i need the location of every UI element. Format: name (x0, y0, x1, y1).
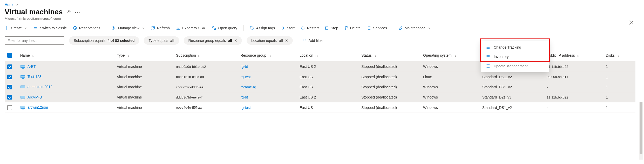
col-name[interactable]: Name↑↓ (18, 49, 114, 62)
resource-group-link[interactable]: rg-bt (240, 95, 248, 99)
menu-change-tracking-label: Change Tracking (494, 45, 521, 49)
cell-disks: 1 (603, 92, 635, 102)
select-all-checkbox[interactable] (7, 53, 12, 58)
table-row[interactable]: Test-123Virtual machinebbbb1b1b-cc2c-ddr… (5, 72, 635, 82)
start-button[interactable]: Start (281, 26, 295, 30)
cell-size: Standard_DS1_v2 (480, 72, 544, 82)
vm-name-link[interactable]: arcwin12rsm (28, 105, 48, 109)
cell-os: Windows (421, 102, 480, 113)
more-icon[interactable] (75, 10, 80, 14)
gear-icon (112, 26, 116, 30)
create-button[interactable]: Create (5, 26, 27, 30)
col-status[interactable]: Status↑↓ (359, 49, 421, 62)
svg-rect-14 (22, 78, 24, 79)
stop-icon (325, 26, 329, 30)
row-checkbox[interactable] (7, 75, 12, 79)
svg-point-1 (77, 12, 78, 13)
table-row[interactable]: arctestrsm2012Virtual machinecccc2c2c-dd… (5, 82, 635, 92)
table-row[interactable]: ArcVM-BTVirtual machinedddd3d3d-ee4e-ffr… (5, 92, 635, 102)
resource-group-link[interactable]: rg-bt (240, 64, 248, 69)
toolbar-separator (243, 25, 244, 31)
filter-subscription-pre: Subscription equals (74, 38, 105, 43)
wrench-icon (398, 26, 403, 30)
filter-subscription[interactable]: Subscription equals 4 of 82 selected (69, 36, 139, 45)
delete-button[interactable]: Delete (344, 26, 361, 30)
col-resource-group[interactable]: Resource group↑↓ (238, 49, 297, 62)
vm-name-link[interactable]: ArcVM-BT (28, 95, 44, 99)
page-title: Virtual machines (5, 8, 63, 16)
menu-inventory[interactable]: Inventory (481, 52, 549, 61)
restart-button[interactable]: Restart (301, 26, 319, 30)
cell-location: East US (297, 82, 359, 92)
cell-location: East US 2 (297, 92, 359, 102)
chevron-right-icon (16, 3, 18, 6)
svg-rect-23 (22, 109, 24, 109)
manage-view-button[interactable]: Manage view (112, 26, 145, 30)
reservations-button[interactable]: Reservations (73, 26, 106, 30)
svg-rect-8 (326, 27, 328, 29)
filter-type[interactable]: Type equals all (144, 36, 179, 45)
filter-resource-group[interactable]: Resource group equals all ✕ (184, 36, 242, 45)
vertical-scrollbar[interactable] (639, 102, 643, 160)
cell-subscription: cccc2c2c-dd3d-ee (173, 82, 238, 92)
row-checkbox[interactable] (7, 95, 12, 100)
menu-change-tracking[interactable]: Change Tracking (481, 43, 549, 52)
refresh-button[interactable]: Refresh (151, 26, 170, 30)
clock-icon (73, 26, 77, 30)
col-type[interactable]: Type↑↓ (114, 49, 173, 62)
maintenance-button[interactable]: Maintenance (398, 26, 431, 30)
vm-name-link[interactable]: A-BT (28, 64, 36, 69)
manage-view-label: Manage view (118, 26, 139, 30)
chevron-down-icon (390, 27, 392, 29)
plus-icon (5, 26, 9, 30)
scrollbar-thumb[interactable] (640, 102, 642, 154)
svg-rect-13 (21, 76, 25, 77)
row-checkbox[interactable] (7, 85, 12, 89)
list-icon (486, 64, 490, 68)
resource-group-link[interactable]: rg-test (240, 75, 251, 79)
close-icon[interactable]: ✕ (285, 38, 288, 43)
cell-status: Stopped (deallocated) (359, 72, 421, 82)
cell-location: East US 2 (297, 62, 359, 72)
menu-update-management[interactable]: Update Management (481, 61, 549, 71)
stop-button[interactable]: Stop (325, 26, 338, 30)
col-ip[interactable]: Public IP address↑↓ (544, 49, 603, 62)
page-subtitle: Microsoft (microsoft.onmicrosoft.com) (0, 16, 644, 23)
refresh-label: Refresh (157, 26, 170, 30)
col-disks[interactable]: Disks↑↓ (603, 49, 635, 62)
row-checkbox[interactable] (7, 64, 12, 69)
vm-name-link[interactable]: arctestrsm2012 (28, 85, 52, 89)
col-subscription[interactable]: Subscription↑↓ (173, 49, 238, 62)
svg-rect-11 (22, 68, 24, 69)
pin-icon[interactable] (66, 9, 71, 15)
switch-classic-button[interactable]: Switch to classic (33, 26, 67, 30)
download-icon (176, 26, 180, 30)
restart-icon (301, 26, 305, 30)
cell-ip: 11.11b.bb.b22 (544, 92, 603, 102)
filter-input[interactable] (5, 36, 64, 45)
assign-tags-button[interactable]: Assign tags (250, 26, 275, 30)
vm-icon (20, 65, 25, 69)
add-filter-button[interactable]: Add filter (297, 36, 328, 45)
row-checkbox[interactable] (7, 105, 12, 110)
resource-group-link[interactable]: roramc-rg (240, 85, 256, 89)
close-icon[interactable]: ✕ (234, 38, 237, 43)
cell-subscription: dddd3d3d-ee4e-ff (173, 92, 238, 102)
col-os[interactable]: Operating system↑↓ (421, 49, 480, 62)
list-icon (486, 45, 490, 49)
vm-name-link[interactable]: Test-123 (28, 75, 42, 79)
filter-loc-value: all (279, 38, 283, 43)
breadcrumb-home[interactable]: Home (5, 3, 14, 7)
cell-ip: - (544, 102, 603, 113)
open-query-button[interactable]: Open query (212, 26, 237, 30)
filter-location[interactable]: Location equals all ✕ (247, 36, 293, 45)
cell-status: Stopped (deallocated) (359, 102, 421, 113)
col-location[interactable]: Location↑↓ (297, 49, 359, 62)
filter-rg-value: all (228, 38, 232, 43)
export-csv-label: Export to CSV (182, 26, 205, 30)
services-button[interactable]: Services (367, 26, 392, 30)
table-row[interactable]: arcwin12rsmVirtual machineeeee4e4e-ff5f-… (5, 102, 635, 113)
resource-group-link[interactable]: rg-test (240, 106, 251, 110)
export-csv-button[interactable]: Export to CSV (176, 26, 205, 30)
cell-status: Stopped (deallocated) (359, 82, 421, 92)
